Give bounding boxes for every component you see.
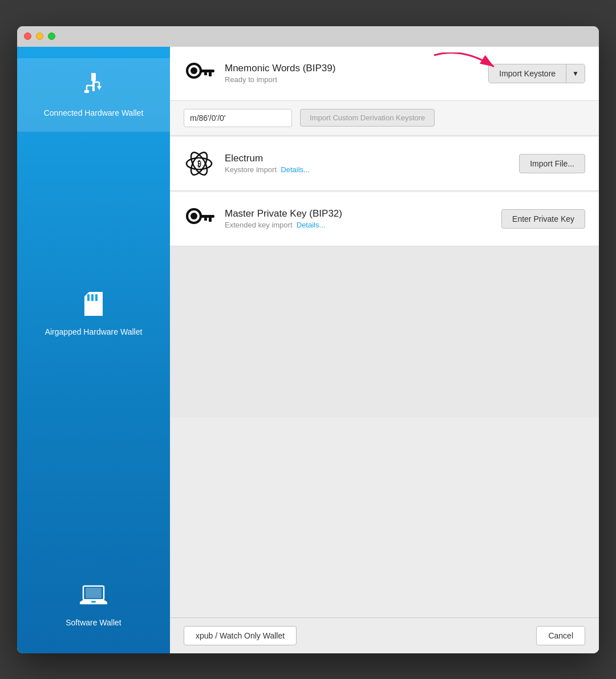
svg-rect-19: [204, 72, 207, 75]
master-private-key-icon: [184, 204, 214, 234]
footer: xpub / Watch Only Wallet Cancel: [170, 617, 599, 653]
electrum-subtitle: Keystore import Details...: [225, 165, 310, 174]
mnemonic-left: Mnemonic Words (BIP39) Ready to import: [184, 58, 335, 89]
sidebar-item-airgapped-hardware-wallet-label: Airgapped Hardware Wallet: [45, 327, 143, 337]
electrum-section: ₿ Electrum Keystore import Details...: [170, 137, 599, 191]
master-private-key-left: Master Private Key (BIP32) Extended key …: [184, 204, 342, 234]
mnemonic-text: Mnemonic Words (BIP39) Ready to import: [225, 63, 335, 84]
sidebar-item-connected-hardware-wallet[interactable]: Connected Hardware Wallet: [17, 58, 170, 132]
svg-rect-17: [200, 70, 214, 72]
minimize-button[interactable]: [36, 32, 43, 40]
electrum-title: Electrum: [225, 153, 310, 164]
master-private-key-subtitle: Extended key import Details...: [225, 221, 342, 229]
svg-rect-14: [91, 601, 96, 603]
window-body: Connected Hardware Wallet Airgapped Hard…: [17, 47, 599, 653]
mnemonic-section: Mnemonic Words (BIP39) Ready to import: [170, 47, 599, 101]
titlebar: [17, 26, 599, 47]
svg-rect-13: [86, 588, 102, 598]
laptop-icon: [80, 585, 107, 612]
usb-icon: [81, 72, 106, 102]
mnemonic-subtitle: Ready to import: [225, 75, 335, 84]
svg-rect-28: [200, 215, 214, 218]
mnemonic-icon: [184, 58, 214, 89]
derivation-row: Import Custom Derivation Keystore: [170, 101, 599, 136]
derivation-input[interactable]: [184, 109, 292, 127]
svg-marker-7: [97, 86, 102, 90]
electrum-icon: ₿: [184, 148, 214, 179]
electrum-left: ₿ Electrum Keystore import Details...: [184, 148, 310, 179]
import-file-button[interactable]: Import File...: [519, 154, 585, 173]
electrum-row: ₿ Electrum Keystore import Details...: [184, 148, 585, 179]
master-private-key-row: Master Private Key (BIP32) Extended key …: [184, 204, 585, 234]
electrum-details-link[interactable]: Details...: [281, 165, 310, 174]
sidebar-item-software-wallet[interactable]: Software Wallet: [17, 571, 170, 641]
electrum-text: Electrum Keystore import Details...: [225, 153, 310, 174]
sidebar-item-connected-hardware-wallet-label: Connected Hardware Wallet: [44, 108, 144, 118]
svg-rect-18: [209, 72, 212, 76]
svg-point-16: [191, 67, 197, 74]
svg-text:₿: ₿: [197, 160, 201, 168]
sd-card-icon: [84, 292, 103, 321]
master-private-key-text: Master Private Key (BIP32) Extended key …: [225, 208, 342, 229]
svg-rect-29: [209, 218, 212, 222]
cancel-button[interactable]: Cancel: [536, 626, 585, 645]
svg-point-27: [191, 213, 197, 219]
svg-rect-8: [92, 73, 95, 75]
import-custom-derivation-button[interactable]: Import Custom Derivation Keystore: [300, 109, 435, 127]
empty-gray-area: [170, 246, 599, 417]
import-keystore-button[interactable]: Import Keystore: [489, 64, 566, 83]
svg-rect-9: [87, 294, 90, 301]
master-private-key-details-link[interactable]: Details...: [297, 221, 326, 229]
arrow-annotation: [428, 52, 497, 81]
import-keystore-split-button[interactable]: Import Keystore ▼: [488, 64, 585, 83]
svg-rect-30: [204, 218, 207, 221]
master-private-key-title: Master Private Key (BIP32): [225, 208, 342, 219]
main-window: Connected Hardware Wallet Airgapped Hard…: [17, 26, 599, 653]
xpub-watch-only-button[interactable]: xpub / Watch Only Wallet: [184, 626, 297, 645]
content-area: Mnemonic Words (BIP39) Ready to import: [170, 47, 599, 617]
mnemonic-title: Mnemonic Words (BIP39): [225, 63, 335, 74]
svg-rect-4: [84, 90, 89, 93]
enter-private-key-button[interactable]: Enter Private Key: [501, 209, 585, 229]
maximize-button[interactable]: [48, 32, 55, 40]
sidebar: Connected Hardware Wallet Airgapped Hard…: [17, 47, 170, 653]
mnemonic-row: Mnemonic Words (BIP39) Ready to import: [184, 58, 585, 89]
close-button[interactable]: [24, 32, 31, 40]
import-keystore-dropdown-button[interactable]: ▼: [566, 64, 585, 83]
main-content: Mnemonic Words (BIP39) Ready to import: [170, 47, 599, 653]
svg-rect-10: [91, 294, 94, 301]
sidebar-item-software-wallet-label: Software Wallet: [66, 617, 121, 628]
sidebar-item-airgapped-hardware-wallet[interactable]: Airgapped Hardware Wallet: [17, 278, 170, 351]
master-private-key-section: Master Private Key (BIP32) Extended key …: [170, 192, 599, 246]
svg-rect-11: [95, 294, 98, 301]
